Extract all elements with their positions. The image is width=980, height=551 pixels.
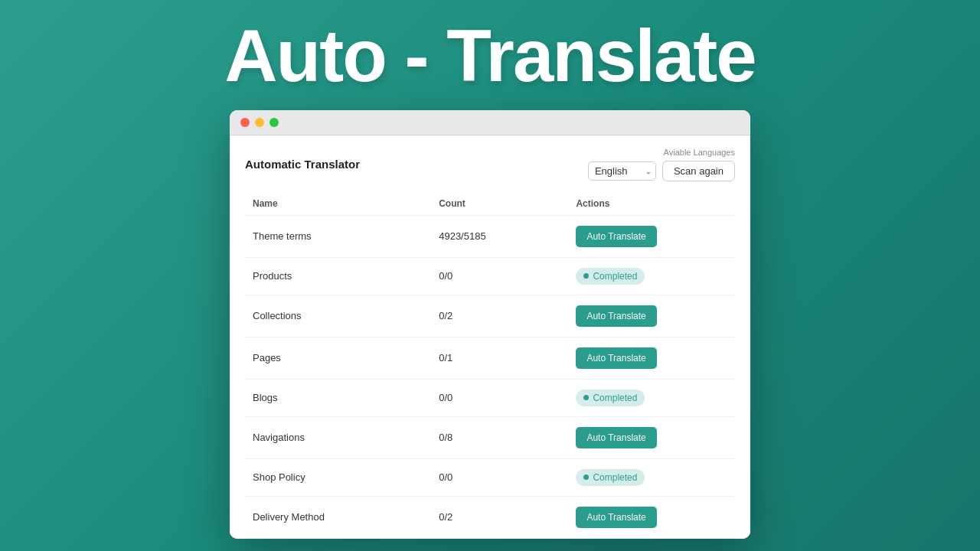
row-count: 0/2	[431, 295, 568, 337]
row-count: 0/1	[431, 337, 568, 379]
row-action: Auto Translate	[568, 337, 735, 379]
table-row: Delivery Method0/2Auto Translate	[245, 496, 735, 538]
app-body: Automatic Translator Aviable Languages E…	[230, 135, 750, 539]
row-name: Pages	[245, 337, 431, 379]
completed-badge: Completed	[576, 268, 645, 285]
completed-badge: Completed	[576, 469, 645, 486]
close-dot[interactable]	[240, 118, 250, 127]
app-window: Automatic Translator Aviable Languages E…	[230, 110, 750, 539]
scan-again-button[interactable]: Scan again	[662, 161, 735, 181]
row-name: Navigations	[245, 416, 431, 458]
completed-badge: Completed	[576, 390, 645, 406]
row-count: 4923/5185	[431, 215, 568, 257]
row-name: Shop Policy	[245, 458, 431, 496]
auto-translate-button[interactable]: Auto Translate	[576, 427, 656, 448]
row-count: 0/0	[431, 458, 568, 496]
row-action: Completed	[568, 379, 735, 416]
row-name: Blogs	[245, 379, 431, 416]
row-name: Theme terms	[245, 215, 431, 257]
header-right: Aviable Languages English French Spanish…	[588, 148, 735, 181]
row-count: 0/0	[431, 257, 568, 295]
auto-translate-button[interactable]: Auto Translate	[576, 347, 656, 369]
maximize-dot[interactable]	[270, 118, 279, 127]
table-row: Navigations0/8Auto Translate	[245, 416, 735, 458]
table-row: Collections0/2Auto Translate	[245, 295, 735, 337]
header-controls: English French Spanish German Japanese S…	[588, 161, 735, 181]
language-select-wrapper[interactable]: English French Spanish German Japanese	[588, 161, 656, 181]
table-row: Blogs0/0Completed	[245, 379, 735, 416]
row-count: 0/0	[431, 379, 568, 416]
table-row: Shop Policy0/0Completed	[245, 458, 735, 496]
table-header-row: Name Count Actions	[245, 192, 735, 216]
page-title: Auto - Translate	[224, 15, 755, 96]
minimize-dot[interactable]	[255, 118, 264, 127]
col-header-count: Count	[431, 192, 568, 216]
row-action: Auto Translate	[568, 215, 735, 257]
app-header: Automatic Translator Aviable Languages E…	[245, 148, 735, 181]
auto-translate-button[interactable]: Auto Translate	[576, 507, 656, 528]
row-action: Completed	[568, 458, 735, 496]
row-name: Delivery Method	[245, 496, 431, 538]
row-action: Completed	[568, 257, 735, 295]
completed-dot	[583, 395, 589, 400]
language-select[interactable]: English French Spanish German Japanese	[588, 161, 656, 181]
row-count: 0/2	[431, 496, 568, 538]
col-header-actions: Actions	[568, 192, 735, 216]
completed-dot	[583, 474, 589, 480]
language-label: Aviable Languages	[664, 148, 735, 157]
table-row: Products0/0Completed	[245, 257, 735, 295]
row-action: Auto Translate	[568, 295, 735, 337]
row-action: Auto Translate	[568, 416, 735, 458]
col-header-name: Name	[245, 192, 431, 216]
row-name: Collections	[245, 295, 431, 337]
table-row: Pages0/1Auto Translate	[245, 337, 735, 379]
app-title: Automatic Translator	[245, 158, 360, 171]
row-action: Auto Translate	[568, 496, 735, 538]
completed-dot	[583, 273, 589, 279]
table-row: Theme terms4923/5185Auto Translate	[245, 215, 735, 257]
auto-translate-button[interactable]: Auto Translate	[576, 305, 656, 327]
titlebar	[230, 110, 750, 135]
auto-translate-button[interactable]: Auto Translate	[576, 226, 656, 247]
row-name: Products	[245, 257, 431, 295]
row-count: 0/8	[431, 416, 568, 458]
translation-table: Name Count Actions Theme terms4923/5185A…	[245, 192, 735, 539]
